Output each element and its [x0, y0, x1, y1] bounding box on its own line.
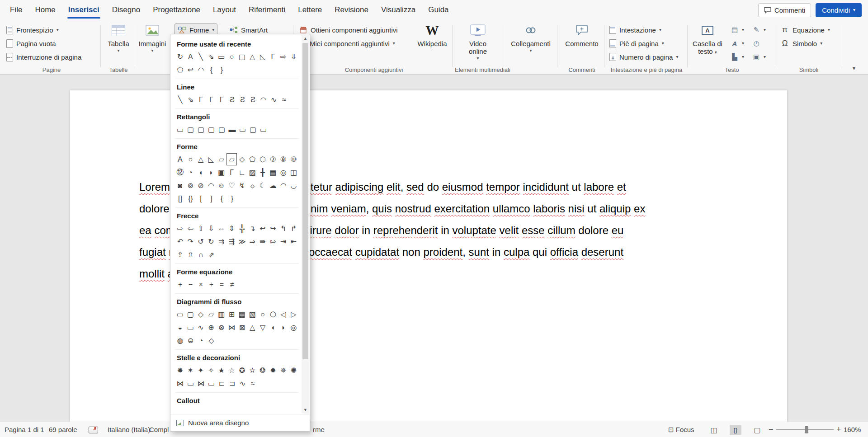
shape-icon[interactable]: Γ [226, 166, 237, 179]
shape-icon[interactable]: ◇ [196, 308, 206, 320]
new-drawing-canvas-item[interactable]: Nuova area disegno [170, 414, 310, 431]
shape-icon[interactable]: ◍ [175, 334, 185, 347]
shape-icon[interactable]: ▭ [175, 308, 185, 320]
focus-mode-button[interactable]: ⊡ Focus [668, 422, 694, 437]
tab-file[interactable]: File [4, 0, 28, 20]
shape-icon[interactable]: ⋈ [196, 377, 206, 390]
shape-icon[interactable]: ✫ [247, 364, 258, 376]
zoom-level-label[interactable]: 160% [844, 422, 861, 437]
shape-icon[interactable]: ⊜ [185, 334, 196, 347]
text-box-button[interactable]: A Casella di testo ▾ [691, 22, 724, 55]
shape-icon[interactable]: ⊏ [217, 377, 227, 390]
get-addins-button[interactable]: Ottieni componenti aggiuntivi [297, 23, 401, 36]
shape-icon[interactable]: ✺ [288, 364, 299, 376]
symbol-button[interactable]: Ω Simbolo ▾ [778, 37, 825, 50]
shape-icon[interactable]: ♡ [226, 179, 237, 192]
tab-home[interactable]: Home [28, 0, 61, 20]
shape-icon[interactable]: ⇪ [175, 249, 185, 261]
shape-icon[interactable]: ∟ [237, 166, 247, 179]
tab-disegno[interactable]: Disegno [106, 0, 146, 20]
shape-icon[interactable]: ⬠ [175, 64, 185, 76]
shape-icon[interactable]: ↷ [185, 235, 196, 248]
tab-layout[interactable]: Layout [207, 0, 242, 20]
tab-progettazione[interactable]: Progettazione [146, 0, 207, 20]
collapse-ribbon-chevron[interactable]: ▾ [853, 65, 855, 71]
shape-icon[interactable]: ✪ [237, 364, 247, 376]
links-button[interactable]: Collegamenti ▾ [510, 22, 552, 53]
shape-icon[interactable]: Ƨ [227, 94, 237, 106]
shape-icon[interactable]: ▣ [216, 166, 226, 179]
blank-page-button[interactable]: Pagina vuota [4, 37, 59, 50]
equation-button[interactable]: π Equazione ▾ [778, 23, 833, 36]
zoom-in-button[interactable]: + [836, 422, 841, 437]
shape-icon[interactable]: ▭ [206, 377, 217, 390]
shape-icon[interactable]: ⇨ [278, 51, 288, 63]
shape-icon[interactable]: ╲ [175, 94, 185, 106]
shape-icon[interactable]: △ [196, 153, 206, 165]
online-video-button[interactable]: Video online ▾ [462, 22, 494, 61]
shape-icon[interactable]: ▭ [175, 123, 185, 136]
shape-icon[interactable]: ⇥ [278, 235, 288, 248]
shape-icon[interactable]: ∩ [196, 249, 206, 261]
shape-icon[interactable]: ↺ [196, 235, 206, 248]
read-mode-button[interactable]: ◫ [708, 425, 720, 435]
shape-icon[interactable]: ☼ [247, 179, 258, 192]
shape-icon[interactable]: ↩ [258, 222, 268, 235]
tab-riferimenti[interactable]: Riferimenti [242, 0, 292, 20]
shape-icon[interactable]: ⊐ [227, 377, 237, 390]
scrollbar-thumb[interactable] [302, 43, 308, 359]
shape-icon[interactable]: ○ [185, 153, 196, 165]
page-break-button[interactable]: Interruzione di pagina [4, 51, 84, 63]
shape-icon[interactable]: △ [247, 321, 258, 334]
shape-icon[interactable]: ╬ [237, 222, 247, 235]
tab-guida[interactable]: Guida [422, 0, 455, 20]
signature-line-button[interactable]: ✎▾ [750, 23, 769, 36]
tab-visualizza[interactable]: Visualizza [375, 0, 422, 20]
shape-icon[interactable]: ▢ [185, 123, 196, 136]
shape-icon[interactable]: ≈ [248, 377, 258, 390]
shape-icon[interactable]: ◫ [288, 166, 299, 179]
shape-icon[interactable]: ⑩ [288, 153, 299, 165]
shape-icon[interactable]: ] [206, 193, 217, 205]
shape-icon[interactable]: ☆ [226, 364, 237, 376]
shape-icon[interactable]: ⇛ [258, 235, 268, 248]
shape-icon[interactable]: ▷ [288, 308, 299, 320]
shape-icon[interactable]: ⇩ [206, 222, 216, 235]
my-addins-button[interactable]: Miei componenti aggiuntivi ▾ [297, 37, 398, 50]
shape-icon[interactable]: ◁ [278, 308, 288, 320]
wordart-button[interactable]: A▾ [728, 37, 747, 50]
shape-icon[interactable]: ▨ [247, 166, 258, 179]
shape-icon[interactable]: ◖ [268, 321, 278, 334]
shape-icon[interactable]: ≠ [227, 278, 237, 291]
zoom-slider-thumb[interactable] [805, 426, 808, 433]
shape-icon[interactable]: ▤ [237, 308, 247, 320]
shape-icon[interactable]: A [175, 153, 185, 165]
shape-icon[interactable]: { [217, 193, 227, 205]
shape-icon[interactable]: {} [185, 193, 196, 205]
shape-icon[interactable]: ▭ [185, 321, 196, 334]
shape-icon[interactable]: ⋈ [226, 321, 237, 334]
shape-icon[interactable]: ≈ [279, 94, 289, 106]
shape-icon[interactable]: + [175, 278, 185, 291]
shape-icon[interactable]: ⊗ [216, 321, 226, 334]
shape-icon[interactable]: Γ [217, 94, 227, 106]
shape-icon[interactable]: ⊞ [226, 308, 237, 320]
shape-icon[interactable]: ✹ [268, 364, 278, 376]
shape-icon[interactable]: ⑦ [268, 153, 278, 165]
shape-icon[interactable]: ⊠ [237, 321, 247, 334]
header-button[interactable]: Intestazione ▾ [607, 23, 664, 36]
shape-icon[interactable]: ▭ [185, 377, 196, 390]
shape-icon[interactable]: } [217, 64, 227, 76]
shape-icon[interactable]: ❂ [258, 364, 268, 376]
shape-icon[interactable]: ◔ [185, 166, 196, 179]
shape-icon[interactable]: { [206, 64, 217, 76]
shape-icon[interactable]: ✧ [206, 364, 216, 376]
shape-icon[interactable]: ◇ [237, 153, 247, 165]
shape-icon[interactable]: [] [175, 193, 185, 205]
shape-icon[interactable]: ⇒ [247, 235, 258, 248]
shape-icon[interactable]: ↴ [247, 222, 258, 235]
shape-icon[interactable]: × [196, 278, 206, 291]
shape-icon[interactable]: ≫ [237, 235, 247, 248]
shape-icon[interactable]: Ƨ [248, 94, 258, 106]
shape-icon[interactable]: − [185, 278, 196, 291]
